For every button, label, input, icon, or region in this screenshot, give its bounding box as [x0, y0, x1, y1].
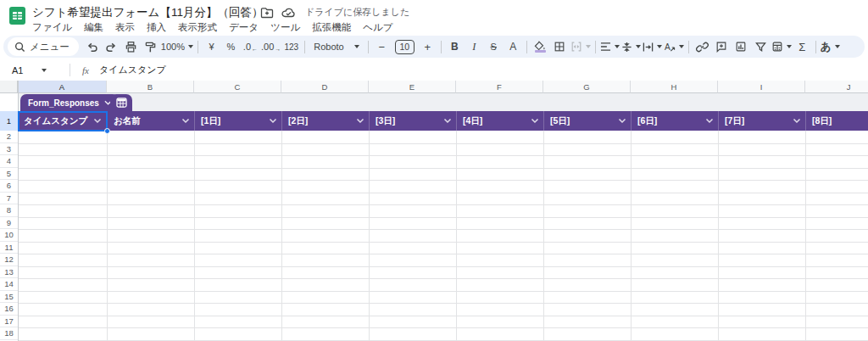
- column-header-F[interactable]: F: [456, 81, 543, 93]
- font-selector[interactable]: Roboto: [309, 37, 364, 56]
- text-wrap-button[interactable]: [642, 37, 663, 56]
- decrease-font-size-button[interactable]: −: [372, 37, 392, 56]
- row-number-17[interactable]: 17: [0, 316, 18, 328]
- increase-decimal-button[interactable]: .00→: [260, 37, 281, 56]
- horizontal-align-button[interactable]: [599, 37, 620, 56]
- row-number-3[interactable]: 3: [0, 143, 18, 156]
- row-number-2[interactable]: 2: [0, 131, 18, 143]
- format-currency-button[interactable]: ¥: [202, 37, 221, 56]
- header-dropdown-icon[interactable]: [93, 118, 102, 124]
- column-header-J[interactable]: J: [805, 81, 868, 93]
- table-options-tab[interactable]: [110, 94, 132, 111]
- menu-format[interactable]: 表示形式: [172, 20, 223, 36]
- functions-button[interactable]: Σ: [793, 37, 812, 56]
- row-number-8[interactable]: 8: [0, 204, 18, 217]
- table-header-cell[interactable]: [6日]: [631, 111, 718, 131]
- text-rotation-button[interactable]: A: [663, 37, 685, 56]
- row-number-10[interactable]: 10: [0, 229, 18, 242]
- row-number-14[interactable]: 14: [0, 278, 18, 291]
- header-dropdown-icon[interactable]: [443, 118, 452, 124]
- zoom-selector[interactable]: 100%: [160, 37, 194, 56]
- menu-view[interactable]: 表示: [109, 20, 141, 36]
- undo-button[interactable]: [82, 37, 102, 56]
- menu-data[interactable]: データ: [223, 20, 264, 36]
- header-dropdown-icon[interactable]: [269, 118, 277, 124]
- increase-font-size-button[interactable]: +: [418, 37, 437, 56]
- redo-button[interactable]: [102, 37, 121, 56]
- table-header-cell[interactable]: [1日]: [194, 111, 281, 131]
- italic-button[interactable]: I: [465, 37, 484, 56]
- column-header-E[interactable]: E: [369, 81, 456, 93]
- document-title[interactable]: シフト希望提出フォーム【11月分】（回答）: [32, 5, 263, 20]
- table-name-tab[interactable]: Form_Responses: [20, 94, 119, 111]
- menus-search-button[interactable]: メニュー: [8, 37, 79, 56]
- select-all-corner[interactable]: [0, 81, 18, 93]
- header-dropdown-icon[interactable]: [531, 118, 539, 124]
- column-header-A[interactable]: A: [18, 81, 107, 93]
- row-number-9[interactable]: 9: [0, 217, 18, 230]
- bold-button[interactable]: B: [445, 37, 465, 56]
- more-formats-button[interactable]: 123: [281, 37, 301, 56]
- row-number-5[interactable]: 5: [0, 168, 18, 181]
- table-toggle-button[interactable]: [771, 37, 793, 56]
- font-size-input[interactable]: 10: [395, 40, 415, 54]
- fill-color-button[interactable]: [531, 37, 550, 56]
- table-header-cell[interactable]: [7日]: [718, 111, 805, 131]
- table-header-cell[interactable]: [5日]: [543, 111, 631, 131]
- menu-file[interactable]: ファイル: [26, 20, 78, 36]
- row-number-7[interactable]: 7: [0, 193, 18, 205]
- row-number-18[interactable]: 18: [0, 327, 18, 340]
- insert-comment-button[interactable]: [712, 37, 732, 56]
- menu-extensions[interactable]: 拡張機能: [306, 20, 357, 36]
- row-number-11[interactable]: 11: [0, 242, 18, 254]
- row-number-4[interactable]: 4: [0, 155, 18, 168]
- format-percent-button[interactable]: %: [221, 37, 241, 56]
- column-header-D[interactable]: D: [281, 81, 369, 93]
- table-header-cell[interactable]: タイムスタンプ: [18, 111, 107, 131]
- cloud-saved-icon[interactable]: [281, 5, 296, 20]
- sheets-logo-icon[interactable]: [8, 7, 26, 25]
- row-number-16[interactable]: 16: [0, 303, 18, 316]
- vertical-align-button[interactable]: [620, 37, 642, 56]
- menu-help[interactable]: ヘルプ: [357, 20, 398, 36]
- header-dropdown-icon[interactable]: [618, 118, 626, 124]
- insert-link-button[interactable]: [693, 37, 712, 56]
- row-number-6[interactable]: 6: [0, 180, 18, 193]
- row-number-1[interactable]: 1: [0, 111, 18, 131]
- menu-tools[interactable]: ツール: [264, 20, 306, 36]
- row-number-12[interactable]: 12: [0, 254, 18, 266]
- filter-button[interactable]: [751, 37, 771, 56]
- menu-insert[interactable]: 挿入: [141, 20, 172, 36]
- star-icon[interactable]: ☆: [237, 5, 252, 20]
- borders-button[interactable]: [550, 37, 570, 56]
- paint-format-button[interactable]: [141, 37, 160, 56]
- name-box[interactable]: A1: [0, 65, 64, 75]
- header-dropdown-icon[interactable]: [356, 118, 364, 124]
- column-header-I[interactable]: I: [718, 81, 805, 93]
- column-header-B[interactable]: B: [107, 81, 194, 93]
- table-header-cell[interactable]: [2日]: [281, 111, 369, 131]
- column-header-H[interactable]: H: [631, 81, 718, 93]
- formula-input[interactable]: タイムスタンプ: [99, 64, 166, 76]
- text-color-button[interactable]: A: [504, 37, 523, 56]
- column-header-C[interactable]: C: [194, 81, 281, 93]
- table-header-cell[interactable]: お名前: [107, 111, 194, 131]
- table-header-cell[interactable]: [8日]: [805, 111, 868, 131]
- fill-handle[interactable]: [104, 128, 110, 134]
- header-dropdown-icon[interactable]: [793, 118, 801, 124]
- move-folder-icon[interactable]: [259, 5, 274, 20]
- strikethrough-button[interactable]: S: [484, 37, 504, 56]
- decrease-decimal-button[interactable]: .0←: [241, 37, 260, 56]
- input-tools-button[interactable]: あ: [820, 37, 841, 56]
- row-number-13[interactable]: 13: [0, 266, 18, 279]
- print-button[interactable]: [121, 37, 141, 56]
- insert-chart-button[interactable]: [732, 37, 751, 56]
- merge-cells-button[interactable]: [570, 37, 592, 56]
- row-number-15[interactable]: 15: [0, 291, 18, 304]
- header-dropdown-icon[interactable]: [181, 118, 190, 124]
- header-dropdown-icon[interactable]: [705, 118, 714, 124]
- table-header-cell[interactable]: [3日]: [369, 111, 456, 131]
- column-header-G[interactable]: G: [543, 81, 631, 93]
- table-header-cell[interactable]: [4日]: [456, 111, 543, 131]
- menu-edit[interactable]: 編集: [78, 20, 109, 36]
